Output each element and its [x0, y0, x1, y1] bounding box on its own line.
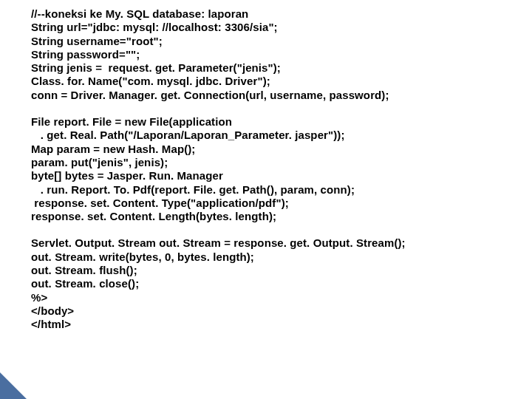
code-line: response. set. Content. Type("applicatio… [31, 197, 532, 210]
code-line: File report. File = new File(application [31, 115, 532, 129]
code-line: response. set. Content. Length(bytes. le… [31, 210, 532, 223]
code-line: Servlet. Output. Stream out. Stream = re… [31, 236, 532, 250]
code-block-3: Servlet. Output. Stream out. Stream = re… [31, 236, 532, 331]
code-line: conn = Driver. Manager. get. Connection(… [31, 89, 532, 102]
corner-accent [0, 372, 27, 399]
code-line: . run. Report. To. Pdf(report. File. get… [31, 183, 532, 197]
code-line: out. Stream. close(); [31, 277, 532, 290]
code-line: //--koneksi ke My. SQL database: laporan [31, 7, 532, 21]
code-line: Class. for. Name("com. mysql. jdbc. Driv… [31, 75, 532, 88]
code-line: param. put("jenis", jenis); [31, 156, 532, 169]
code-line: out. Stream. flush(); [31, 264, 532, 277]
code-line: Map param = new Hash. Map(); [31, 143, 532, 156]
code-line: String password=""; [31, 48, 532, 61]
code-line: String jenis = request. get. Parameter("… [31, 61, 532, 75]
code-line: . get. Real. Path("/Laporan/Laporan_Para… [31, 129, 532, 142]
code-line: </body> [31, 304, 532, 318]
code-block-1: //--koneksi ke My. SQL database: laporan… [31, 7, 532, 102]
code-line: String username="root"; [31, 35, 532, 48]
code-page: //--koneksi ke My. SQL database: laporan… [0, 0, 532, 332]
code-line: %> [31, 291, 532, 304]
code-line: </html> [31, 318, 532, 331]
code-block-2: File report. File = new File(application… [31, 115, 532, 223]
code-line: String url="jdbc: mysql: //localhost: 33… [31, 21, 532, 34]
code-line: out. Stream. write(bytes, 0, bytes. leng… [31, 250, 532, 264]
code-line: byte[] bytes = Jasper. Run. Manager [31, 169, 532, 183]
